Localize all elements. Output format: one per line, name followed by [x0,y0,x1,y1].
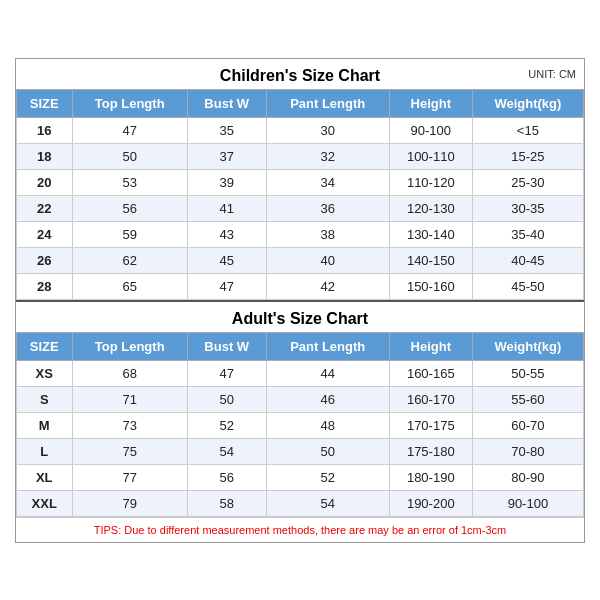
children-section-title: Children's Size Chart UNIT: CM [16,59,584,89]
children-data-row: 18503732100-11015-25 [17,143,584,169]
table-cell: 30-35 [472,195,583,221]
table-cell: 50 [266,438,389,464]
table-cell: 160-170 [389,386,472,412]
table-cell: 53 [72,169,187,195]
table-cell: 46 [266,386,389,412]
table-cell: 41 [187,195,266,221]
table-cell: M [17,412,73,438]
children-data-row: 24594338130-14035-40 [17,221,584,247]
table-cell: 32 [266,143,389,169]
table-cell: 43 [187,221,266,247]
table-cell: 68 [72,360,187,386]
table-cell: 22 [17,195,73,221]
children-title-text: Children's Size Chart [220,67,380,84]
table-cell: 45 [187,247,266,273]
table-cell: XL [17,464,73,490]
children-col-top-length: Top Length [72,89,187,117]
table-cell: 25-30 [472,169,583,195]
table-cell: 35-40 [472,221,583,247]
table-cell: 70-80 [472,438,583,464]
table-cell: 110-120 [389,169,472,195]
table-cell: 71 [72,386,187,412]
adult-data-row: XXL795854190-20090-100 [17,490,584,516]
tips-text: TIPS: Due to different measurement metho… [16,517,584,542]
children-data-row: 28654742150-16045-50 [17,273,584,299]
table-cell: 60-70 [472,412,583,438]
adult-header-row: SIZE Top Length Bust W Pant Length Heigh… [17,332,584,360]
table-cell: 55-60 [472,386,583,412]
size-chart-container: Children's Size Chart UNIT: CM SIZE Top … [15,58,585,543]
table-cell: 180-190 [389,464,472,490]
table-cell: 50 [187,386,266,412]
table-cell: 24 [17,221,73,247]
children-data-row: 20533934110-12025-30 [17,169,584,195]
adult-data-row: M735248170-17560-70 [17,412,584,438]
table-cell: 37 [187,143,266,169]
table-cell: 15-25 [472,143,583,169]
table-cell: 54 [187,438,266,464]
adult-col-top-length: Top Length [72,332,187,360]
children-data-row: 22564136120-13030-35 [17,195,584,221]
table-cell: 16 [17,117,73,143]
table-cell: 28 [17,273,73,299]
unit-label: UNIT: CM [528,68,576,80]
table-cell: 190-200 [389,490,472,516]
children-col-height: Height [389,89,472,117]
children-col-weight: Weight(kg) [472,89,583,117]
table-cell: 39 [187,169,266,195]
adult-col-size: SIZE [17,332,73,360]
table-cell: 130-140 [389,221,472,247]
table-cell: 65 [72,273,187,299]
table-cell: 52 [187,412,266,438]
table-cell: L [17,438,73,464]
children-col-pant-length: Pant Length [266,89,389,117]
adult-data-row: L755450175-18070-80 [17,438,584,464]
adult-data-row: XS684744160-16550-55 [17,360,584,386]
adult-col-weight: Weight(kg) [472,332,583,360]
table-cell: 52 [266,464,389,490]
table-cell: XS [17,360,73,386]
table-cell: 30 [266,117,389,143]
adult-col-pant-length: Pant Length [266,332,389,360]
adult-data-row: S715046160-17055-60 [17,386,584,412]
children-size-table: SIZE Top Length Bust W Pant Length Heigh… [16,89,584,300]
adult-col-height: Height [389,332,472,360]
table-cell: 54 [266,490,389,516]
children-data-row: 1647353090-100<15 [17,117,584,143]
table-cell: 75 [72,438,187,464]
table-cell: 56 [72,195,187,221]
table-cell: 50 [72,143,187,169]
table-cell: 79 [72,490,187,516]
adult-size-table: SIZE Top Length Bust W Pant Length Heigh… [16,332,584,517]
table-cell: 56 [187,464,266,490]
table-cell: 40-45 [472,247,583,273]
table-cell: 42 [266,273,389,299]
table-cell: 48 [266,412,389,438]
table-cell: 59 [72,221,187,247]
table-cell: 38 [266,221,389,247]
table-cell: 90-100 [389,117,472,143]
table-cell: S [17,386,73,412]
table-cell: 26 [17,247,73,273]
adult-col-bust-w: Bust W [187,332,266,360]
table-cell: 47 [187,360,266,386]
table-cell: 80-90 [472,464,583,490]
adult-title-text: Adult's Size Chart [232,310,368,327]
table-cell: <15 [472,117,583,143]
children-col-bust-w: Bust W [187,89,266,117]
table-cell: 120-130 [389,195,472,221]
children-col-size: SIZE [17,89,73,117]
table-cell: 50-55 [472,360,583,386]
adult-section-title: Adult's Size Chart [16,300,584,332]
table-cell: 44 [266,360,389,386]
children-header-row: SIZE Top Length Bust W Pant Length Heigh… [17,89,584,117]
table-cell: 35 [187,117,266,143]
table-cell: 175-180 [389,438,472,464]
table-cell: 170-175 [389,412,472,438]
table-cell: 62 [72,247,187,273]
table-cell: 36 [266,195,389,221]
table-cell: 18 [17,143,73,169]
adult-data-row: XL775652180-19080-90 [17,464,584,490]
table-cell: XXL [17,490,73,516]
table-cell: 150-160 [389,273,472,299]
